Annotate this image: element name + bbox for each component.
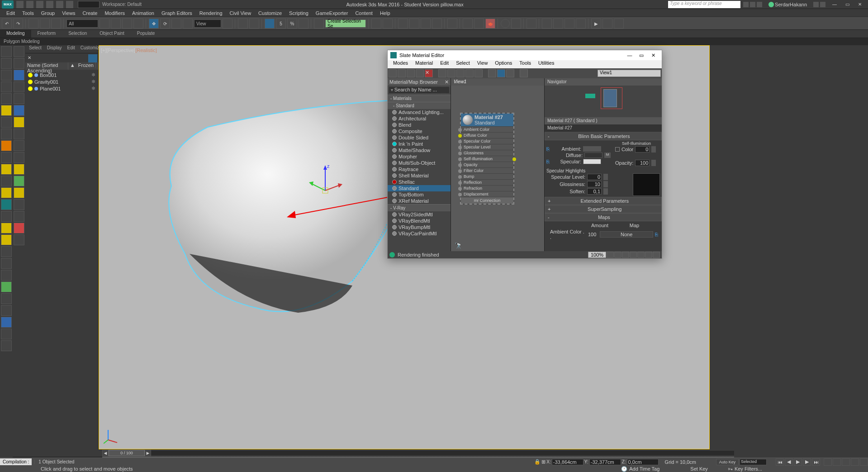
ltb2-2-icon[interactable] — [14, 58, 24, 69]
spinner-icon[interactable] — [603, 174, 608, 180]
map-amount-spinner[interactable]: 100 — [588, 232, 596, 237]
visibility-icon[interactable] — [28, 73, 33, 77]
select-place-button[interactable] — [183, 19, 193, 29]
undo-button[interactable]: ↶ — [2, 19, 12, 29]
slate-zoom-input[interactable]: 100% — [588, 252, 606, 258]
exchange-icon[interactable] — [757, 2, 762, 7]
slot-input-socket[interactable] — [458, 140, 462, 143]
maxscript-listener[interactable]: Compilation : — [0, 458, 32, 465]
menu-edit[interactable]: Edit — [3, 9, 19, 17]
time-knob[interactable]: 0 / 100 — [109, 450, 145, 456]
frozen-icon[interactable]: ❄ — [91, 79, 95, 85]
autokey-button[interactable]: Auto Key — [716, 459, 739, 465]
diffuse-swatch[interactable] — [584, 153, 602, 158]
menu-customize[interactable]: Customize — [255, 9, 285, 17]
material-item[interactable]: VRay2SidedMtl — [388, 211, 451, 218]
menu-content[interactable]: Content — [351, 9, 376, 17]
slate-tb-pick-icon[interactable] — [398, 69, 406, 77]
gamma-button[interactable] — [526, 19, 536, 29]
key-icon[interactable]: 🗝 — [728, 466, 733, 472]
slot-input-socket[interactable] — [458, 163, 462, 167]
rollout-blinn[interactable]: -Blinn Basic Parameters — [545, 132, 662, 140]
ltb2-16-icon[interactable] — [14, 223, 24, 234]
ribbon-tab-selection[interactable]: Selection — [62, 30, 93, 38]
scene-item[interactable]: Gravity001❄ — [28, 78, 95, 85]
snap-toggle-button[interactable] — [265, 19, 275, 29]
slate-tb-nav3-icon[interactable] — [506, 69, 514, 77]
color-spinner[interactable]: 0 — [635, 146, 650, 153]
ltb-light2-icon[interactable] — [1, 117, 12, 128]
ltb-help-icon[interactable] — [1, 340, 12, 351]
spinner-icon[interactable] — [603, 188, 608, 195]
material-item[interactable]: Architectural — [388, 115, 451, 122]
zoom-ext-button[interactable] — [842, 458, 850, 466]
timetag-icon[interactable]: 🕐 — [621, 466, 627, 472]
qat-redo-icon[interactable] — [56, 1, 63, 8]
node-slot[interactable]: Glossiness — [461, 150, 513, 156]
slate-minimize-button[interactable]: — — [624, 51, 636, 60]
node-slot[interactable]: Refraction — [461, 185, 513, 191]
slate-tb-preview-icon[interactable] — [474, 69, 483, 77]
bind-button[interactable] — [51, 19, 61, 29]
slate-zoomregion-icon[interactable] — [630, 252, 637, 258]
ltb-render-icon[interactable] — [1, 317, 12, 328]
align-button[interactable] — [383, 19, 393, 29]
help-icon[interactable] — [820, 2, 825, 7]
gloss-spinner[interactable]: 10 — [587, 181, 602, 187]
ltb-teapot-icon[interactable] — [1, 199, 12, 210]
slate-node-canvas[interactable]: Material #27Standard Ambient ColorDiffus… — [451, 86, 544, 251]
lock-icon[interactable]: ⎘ — [546, 159, 550, 164]
unlink-button[interactable] — [40, 19, 50, 29]
material-item[interactable]: VRayCarPaintMtl — [388, 230, 451, 237]
slate-tb-show-icon[interactable] — [520, 69, 528, 77]
keyfilters-button[interactable]: Key Filters... — [735, 466, 762, 472]
ltb-sphere-icon[interactable] — [1, 187, 12, 198]
select-move-button[interactable]: ✥ — [149, 19, 159, 29]
slate-view-tab[interactable]: View1 — [451, 78, 544, 86]
sim-play-button[interactable]: ▶ — [591, 19, 601, 29]
menu-rendering[interactable]: Rendering — [196, 9, 226, 17]
user-menu[interactable]: SerdarHakann — [768, 2, 807, 7]
node-slot[interactable]: Reflection — [461, 179, 513, 185]
ltb-grid-icon[interactable] — [1, 152, 12, 163]
ltb2-7-icon[interactable] — [14, 117, 24, 128]
slot-input-socket[interactable] — [458, 146, 462, 149]
navigator-area[interactable] — [545, 86, 662, 117]
render-online-button[interactable] — [511, 19, 521, 29]
material-item[interactable]: VRayBlendMtl — [388, 218, 451, 224]
coord-z-input[interactable]: 0,0cm — [627, 459, 659, 465]
ribbon-tab-modeling[interactable]: Modeling — [0, 30, 31, 38]
material-item[interactable]: Blend — [388, 122, 451, 128]
mr-connection-button[interactable]: mr Connection — [461, 197, 513, 204]
slate-menu-edit[interactable]: Edit — [436, 60, 452, 68]
slot-input-socket[interactable] — [458, 128, 462, 132]
render-iterative-button[interactable] — [501, 19, 510, 28]
angle-snap-button[interactable]: 5 — [276, 19, 286, 29]
manipulate-button[interactable] — [238, 19, 248, 29]
slot-input-socket[interactable] — [458, 134, 462, 138]
select-scale-button[interactable] — [171, 19, 181, 29]
scene-col-frozen[interactable]: ▲ Frozen — [68, 62, 98, 70]
maximize-button[interactable]: ▭ — [841, 0, 854, 9]
ragdoll-button[interactable] — [553, 19, 563, 29]
ltb-orange-icon[interactable] — [1, 140, 12, 151]
scene-close-icon[interactable]: ✕ — [26, 54, 33, 61]
layer-explorer-button[interactable] — [398, 19, 408, 29]
node-slot[interactable]: Displacement — [461, 191, 513, 197]
ltb-hair-icon[interactable] — [1, 293, 12, 304]
render-setup-button[interactable] — [463, 19, 473, 29]
slot-output-socket[interactable] — [512, 157, 516, 161]
slot-input-socket[interactable] — [458, 181, 462, 185]
setkey-button[interactable]: Set Key — [690, 466, 708, 472]
ltb-light-icon[interactable] — [1, 105, 12, 116]
select-object-button[interactable] — [100, 19, 109, 29]
node-slot[interactable]: Diffuse Color — [461, 132, 513, 138]
ltb2-13-icon[interactable] — [14, 187, 24, 198]
ambient-swatch[interactable] — [583, 146, 601, 152]
ltb2-5-icon[interactable] — [14, 93, 24, 104]
menu-grapheditors[interactable]: Graph Editors — [158, 9, 196, 17]
redo-button[interactable]: ↷ — [13, 19, 23, 29]
ltb-particle-icon[interactable] — [1, 246, 12, 257]
ltb2-15-icon[interactable] — [14, 211, 24, 222]
curve-editor-button[interactable] — [421, 19, 431, 29]
